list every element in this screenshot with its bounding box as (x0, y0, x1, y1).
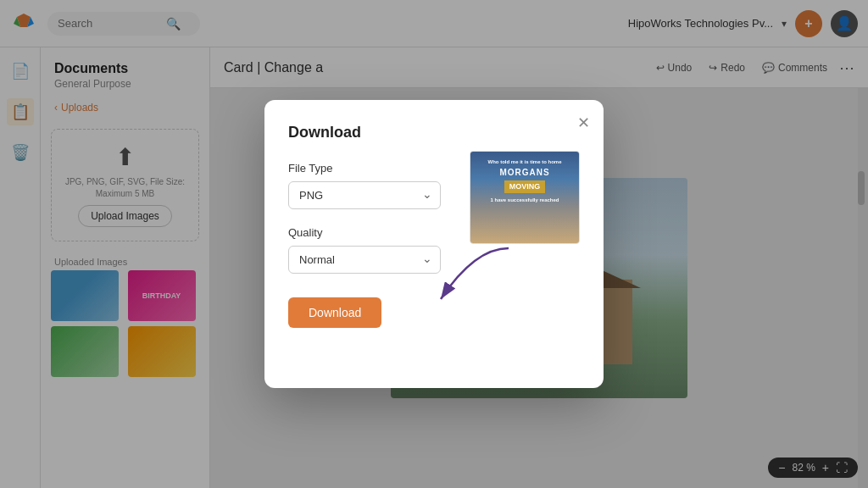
preview-line1: Who told me it is time to home (470, 158, 579, 165)
preview-card-text: Who told me it is time to home MORGANS M… (470, 158, 579, 203)
preview-background: Who told me it is time to home MORGANS M… (470, 152, 579, 243)
modal-content: Download Who told me it is time to home … (264, 100, 604, 352)
preview-name: MORGANS (470, 167, 579, 179)
modal-close-button[interactable]: ✕ (577, 114, 590, 132)
file-type-select[interactable]: PNG JPG SVG PDF (288, 181, 441, 209)
modal-overlay[interactable]: ✕ Download Who told me it is time to hom… (0, 0, 868, 488)
preview-address: 1 have successfully reached (470, 197, 579, 203)
file-type-select-wrapper[interactable]: PNG JPG SVG PDF (288, 181, 441, 209)
quality-select[interactable]: Normal High Low (288, 246, 441, 274)
preview-moving: MOVING (504, 180, 546, 193)
download-section: Download (288, 291, 580, 328)
modal-preview-image: Who told me it is time to home MORGANS M… (470, 151, 580, 244)
download-modal: ✕ Download Who told me it is time to hom… (264, 100, 604, 388)
modal-title: Download (288, 124, 580, 141)
download-button[interactable]: Download (288, 297, 381, 328)
quality-select-wrapper[interactable]: Normal High Low (288, 246, 441, 274)
